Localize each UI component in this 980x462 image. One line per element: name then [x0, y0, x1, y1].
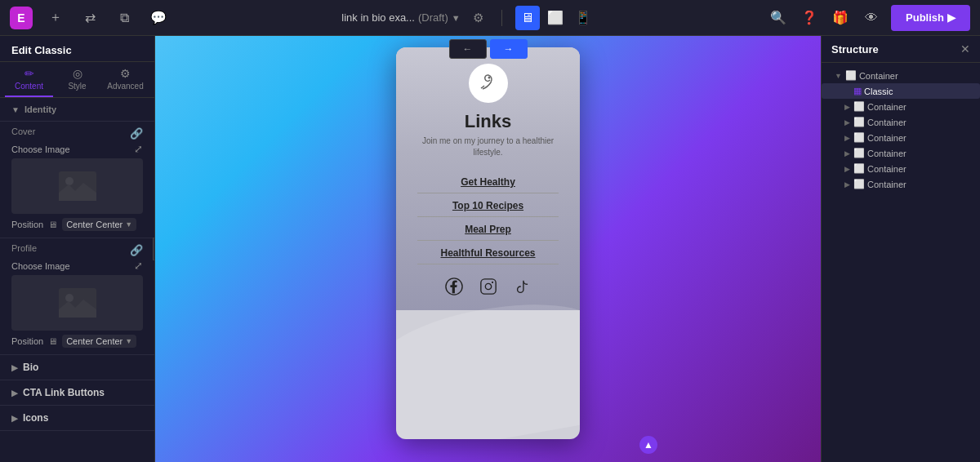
- bio-arrow-icon: ▶: [11, 363, 18, 372]
- help-icon[interactable]: ❓: [798, 7, 821, 29]
- publish-button[interactable]: Publish ▶: [891, 5, 970, 31]
- mobile-device-btn[interactable]: 📱: [571, 6, 595, 30]
- profile-choose-label[interactable]: Choose Image: [11, 261, 70, 271]
- tree-expand-icon-6: ▶: [844, 180, 850, 189]
- divider-4: [417, 264, 559, 264]
- identity-section-header[interactable]: ▼ Identity: [0, 98, 154, 122]
- profile-img-icon[interactable]: ⤢: [134, 260, 143, 272]
- cover-position-label: Position: [11, 220, 43, 229]
- phone-inner: Links Join me on my journey to a healthi…: [396, 47, 580, 310]
- gift-icon[interactable]: 🎁: [829, 7, 852, 29]
- cover-position-value: Center Center: [66, 220, 122, 229]
- svg-point-1: [65, 177, 74, 185]
- tab-style[interactable]: ◎ Style: [53, 62, 101, 97]
- cover-img-icon[interactable]: ⤢: [134, 143, 143, 155]
- device-switcher: 🖥 ⬜ 📱: [515, 6, 595, 30]
- tree-label-container-1: Container: [867, 102, 906, 112]
- tree-item-container-6[interactable]: ▶ ⬜ Container: [822, 176, 980, 192]
- tree-item-container-3[interactable]: ▶ ⬜ Container: [822, 130, 980, 145]
- profile-position-label: Position: [11, 336, 43, 346]
- tablet-device-btn[interactable]: ⬜: [543, 6, 568, 30]
- preview-icon[interactable]: 👁: [860, 7, 883, 29]
- topbar: E ＋ ⇄ ⧉ 💬 link in bio exa... (Draft) ▼ ⚙…: [0, 0, 980, 36]
- cover-link-icon[interactable]: 🔗: [130, 127, 143, 140]
- right-panel: Structure ✕ ▼ ⬜ Container ▶ ▦ Classic ▶ …: [821, 36, 980, 462]
- desktop-device-btn[interactable]: 🖥: [515, 6, 540, 30]
- tree-expand-icon-2: ▶: [844, 118, 850, 127]
- canvas-toolbar: ← →: [155, 36, 821, 62]
- phone-link-recipes[interactable]: Top 10 Recipes: [409, 193, 567, 216]
- cover-choose-row: Cover 🔗: [11, 127, 143, 140]
- tree-item-classic[interactable]: ▶ ▦ Classic: [822, 83, 980, 99]
- profile-position-select[interactable]: Center Center ▼: [62, 335, 136, 348]
- tab-advanced[interactable]: ⚙ Advanced: [101, 62, 149, 97]
- phone-title: Links: [465, 111, 511, 132]
- profile-link-icon[interactable]: 🔗: [130, 244, 143, 256]
- topbar-settings-icon[interactable]: ⚙: [469, 8, 488, 28]
- history-icon[interactable]: ⇄: [78, 7, 101, 29]
- cta-label: CTA Link Buttons: [23, 387, 105, 398]
- phone-logo: [469, 64, 508, 103]
- structure-title: Structure: [831, 43, 879, 56]
- tree-item-container-1[interactable]: ▶ ⬜ Container: [822, 99, 980, 114]
- panel-tabs: ✏ Content ◎ Style ⚙ Advanced: [0, 62, 154, 98]
- profile-position-value: Center Center: [66, 336, 122, 346]
- advanced-tab-icon: ⚙: [120, 67, 131, 80]
- canvas-back-btn[interactable]: ←: [449, 39, 487, 59]
- cover-position-row: Position 🖥 Center Center ▼: [11, 218, 143, 231]
- tree-item-container-4[interactable]: ▶ ⬜ Container: [822, 145, 980, 161]
- tab-content[interactable]: ✏ Content: [5, 62, 53, 97]
- elementor-logo[interactable]: E: [10, 7, 33, 29]
- bio-section-header[interactable]: ▶ Bio: [0, 355, 154, 380]
- tiktok-icon[interactable]: [512, 276, 533, 297]
- tree-expand-icon: ▼: [835, 72, 842, 80]
- add-icon[interactable]: ＋: [44, 7, 67, 29]
- content-tab-label: Content: [15, 82, 43, 91]
- phone-wave-decoration: [396, 290, 580, 439]
- container-icon-2: ⬜: [853, 117, 865, 127]
- container-icon-4: ⬜: [853, 148, 865, 158]
- topbar-right: 🔍 ❓ 🎁 👁 Publish ▶: [767, 5, 970, 31]
- cover-position-select[interactable]: Center Center ▼: [62, 218, 136, 231]
- draft-badge: (Draft): [418, 11, 448, 24]
- tree-label-container-2: Container: [867, 118, 906, 127]
- phone-social-icons: [443, 276, 533, 297]
- profile-image-preview[interactable]: [11, 275, 143, 331]
- document-title[interactable]: link in bio exa... (Draft) ▼: [341, 11, 460, 24]
- instagram-icon[interactable]: [478, 276, 499, 297]
- cover-choose-label[interactable]: Choose Image: [11, 144, 70, 154]
- tree-item-container-2[interactable]: ▶ ⬜ Container: [822, 114, 980, 130]
- profile-image-choose-row: Choose Image ⤢: [11, 260, 143, 272]
- layers-icon[interactable]: ⧉: [113, 7, 136, 29]
- container-icon-1: ⬜: [853, 101, 865, 112]
- tree-expand-icon-5: ▶: [844, 165, 850, 173]
- icons-section-header[interactable]: ▶ Icons: [0, 406, 154, 431]
- tree-item-container-root[interactable]: ▼ ⬜ Container: [822, 68, 980, 83]
- panel-title: Edit Classic: [0, 36, 154, 62]
- canvas-forward-btn[interactable]: →: [490, 39, 528, 59]
- profile-monitor-icon: 🖥: [48, 336, 57, 346]
- phone-frame: Links Join me on my journey to a healthi…: [396, 47, 580, 439]
- phone-link-get-healthy[interactable]: Get Healthy: [409, 170, 567, 193]
- publish-label: Publish: [906, 11, 944, 24]
- structure-tree: ▼ ⬜ Container ▶ ▦ Classic ▶ ⬜ Container …: [822, 63, 980, 462]
- profile-position-arrow-icon: ▼: [125, 337, 132, 345]
- structure-close-icon[interactable]: ✕: [960, 42, 970, 56]
- tree-label-container-root: Container: [859, 71, 898, 81]
- notes-icon[interactable]: 💬: [147, 7, 170, 29]
- cover-monitor-icon: 🖥: [48, 220, 57, 229]
- phone-link-meal-prep[interactable]: Meal Prep: [409, 217, 567, 240]
- container-icon-3: ⬜: [853, 132, 865, 143]
- scroll-up-button[interactable]: ▲: [639, 436, 657, 454]
- tree-label-classic: Classic: [864, 87, 893, 96]
- cover-image-preview[interactable]: [11, 158, 143, 214]
- left-panel: Edit Classic ✏ Content ◎ Style ⚙ Advance…: [0, 36, 155, 462]
- tree-expand-icon-1: ▶: [844, 103, 850, 111]
- search-icon[interactable]: 🔍: [767, 7, 790, 29]
- facebook-icon[interactable]: [443, 276, 465, 297]
- cta-section-header[interactable]: ▶ CTA Link Buttons: [0, 380, 154, 406]
- style-tab-icon: ◎: [73, 67, 82, 80]
- topbar-center: link in bio exa... (Draft) ▼ ⚙ 🖥 ⬜ 📱: [170, 6, 767, 30]
- tree-item-container-5[interactable]: ▶ ⬜ Container: [822, 161, 980, 176]
- phone-link-healthful[interactable]: Healthful Resources: [409, 241, 567, 264]
